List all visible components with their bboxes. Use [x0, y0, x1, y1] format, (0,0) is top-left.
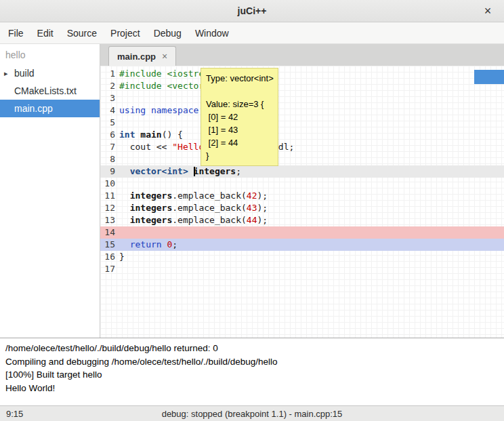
code-text: integers.emplace_back(44); — [119, 214, 504, 226]
code-text: integers.emplace_back(43); — [119, 202, 504, 214]
scrollbar-thumb[interactable] — [474, 70, 504, 84]
close-icon[interactable]: × — [480, 3, 496, 19]
code-text: using namespace std; — [119, 104, 504, 117]
editor-pane: main.cpp × 1#include <iostream>2#include… — [100, 44, 504, 338]
line-number[interactable]: 3 — [100, 92, 119, 104]
output-line: Compiling and debugging /home/olece/test… — [5, 355, 499, 369]
code-text: integers.emplace_back(42); — [119, 190, 504, 202]
debug-status: debug: stopped (breakpoint 1.1) - main.c… — [0, 409, 504, 419]
menu-project[interactable]: Project — [104, 24, 147, 43]
app-window: juCi++ × FileEditSourceProjectDebugWindo… — [0, 0, 504, 421]
tab-close-icon[interactable]: × — [162, 52, 167, 61]
file-tree: ▸buildCMakeLists.txtmain.cpp — [0, 64, 100, 117]
debug-value-tooltip: Type: vector<int> Value: size=3 { [0] = … — [201, 68, 278, 166]
tooltip-line: } — [206, 149, 273, 162]
menu-file[interactable]: File — [1, 24, 30, 43]
project-sidebar: hello ▸buildCMakeLists.txtmain.cpp — [0, 44, 100, 338]
status-bar: 9:15 debug: stopped (breakpoint 1.1) - m… — [0, 405, 504, 421]
code-line-1[interactable]: 1#include <iostream> — [100, 68, 504, 80]
menu-source[interactable]: Source — [60, 24, 104, 43]
code-text: #include <vector> — [119, 80, 504, 92]
code-text — [119, 117, 504, 129]
sidebar-item-cmakelists-txt[interactable]: CMakeLists.txt — [0, 82, 100, 100]
code-line-7[interactable]: 7 cout << "Hello World!" << endl; — [100, 141, 504, 153]
line-number[interactable]: 1 — [100, 68, 119, 80]
main-area: hello ▸buildCMakeLists.txtmain.cpp main.… — [0, 44, 504, 338]
tooltip-line: [2] = 44 — [206, 136, 273, 149]
line-number[interactable]: 14 — [100, 226, 119, 239]
line-number[interactable]: 12 — [100, 202, 119, 214]
tooltip-line: [0] = 42 — [206, 111, 273, 123]
tab-label: main.cpp — [117, 52, 156, 62]
sidebar-item-label: main.cpp — [14, 103, 53, 114]
line-number[interactable]: 11 — [100, 190, 119, 202]
line-number[interactable]: 2 — [100, 80, 119, 92]
code-line-4[interactable]: 4using namespace std; — [100, 104, 504, 117]
code-line-6[interactable]: 6int main() { — [100, 129, 504, 141]
line-number[interactable]: 6 — [100, 129, 119, 141]
project-name: hello — [0, 44, 100, 64]
expander-icon[interactable]: ▸ — [4, 69, 14, 78]
tab-bar: main.cpp × — [100, 44, 504, 66]
sidebar-item-main-cpp[interactable]: main.cpp — [0, 100, 100, 117]
line-number[interactable]: 7 — [100, 141, 119, 153]
line-number[interactable]: 10 — [100, 178, 119, 190]
line-number[interactable]: 13 — [100, 214, 119, 226]
code-line-13[interactable]: 13 integers.emplace_back(44); — [100, 214, 504, 226]
menu-bar: FileEditSourceProjectDebugWindow — [0, 22, 504, 44]
code-line-17[interactable]: 17 — [100, 263, 504, 275]
tooltip-line: Type: vector<int> — [206, 72, 273, 85]
code-line-8[interactable]: 8 — [100, 153, 504, 165]
code-text: } — [119, 251, 504, 263]
line-number[interactable]: 5 — [100, 117, 119, 129]
code-text — [119, 92, 504, 104]
tooltip-line: Value: size=3 { — [206, 98, 273, 111]
line-number[interactable]: 8 — [100, 153, 119, 165]
sidebar-item-label: CMakeLists.txt — [14, 85, 77, 96]
tab-main-cpp[interactable]: main.cpp × — [108, 46, 176, 66]
code-line-11[interactable]: 11 integers.emplace_back(42); — [100, 190, 504, 202]
line-number[interactable]: 17 — [100, 263, 119, 275]
code-text: int main() { — [119, 129, 504, 141]
line-number[interactable]: 9 — [100, 165, 119, 178]
code-line-9[interactable]: 9 vector<int> integers; — [100, 165, 504, 178]
code-text: return 0; — [119, 239, 504, 251]
code-text — [119, 226, 504, 239]
code-line-10[interactable]: 10 — [100, 178, 504, 190]
code-line-12[interactable]: 12 integers.emplace_back(43); — [100, 202, 504, 214]
menu-edit[interactable]: Edit — [30, 24, 60, 43]
tooltip-line — [206, 85, 273, 98]
code-line-15[interactable]: 15 return 0; — [100, 239, 504, 251]
line-number[interactable]: 4 — [100, 104, 119, 117]
code-text — [119, 263, 504, 275]
output-line: /home/olece/test/hello/./build/debug/hel… — [5, 342, 499, 355]
sidebar-item-build[interactable]: ▸build — [0, 64, 100, 82]
window-title: juCi++ — [238, 5, 267, 16]
code-editor[interactable]: 1#include <iostream>2#include <vector>34… — [100, 66, 504, 338]
code-line-2[interactable]: 2#include <vector> — [100, 80, 504, 92]
code-line-14[interactable]: 14 — [100, 226, 504, 239]
menu-window[interactable]: Window — [188, 24, 236, 43]
line-number[interactable]: 15 — [100, 239, 119, 251]
output-panel: /home/olece/test/hello/./build/debug/hel… — [0, 338, 504, 405]
code-line-5[interactable]: 5 — [100, 117, 504, 129]
text-cursor — [194, 167, 195, 176]
output-line: [100%] Built target hello — [5, 368, 499, 382]
code-text: #include <iostream> — [119, 68, 504, 80]
tooltip-line: [1] = 43 — [206, 123, 273, 136]
code-line-3[interactable]: 3 — [100, 92, 504, 104]
output-line: Hello World! — [5, 382, 499, 395]
code-text — [119, 178, 504, 190]
code-text — [119, 153, 504, 165]
code-text: vector<int> integers; — [119, 165, 504, 178]
code-lines: 1#include <iostream>2#include <vector>34… — [100, 68, 504, 275]
sidebar-item-label: build — [14, 68, 35, 79]
title-bar: juCi++ × — [0, 0, 504, 22]
line-number[interactable]: 16 — [100, 251, 119, 263]
menu-debug[interactable]: Debug — [147, 24, 188, 43]
code-line-16[interactable]: 16} — [100, 251, 504, 263]
code-text: cout << "Hello World!" << endl; — [119, 141, 504, 153]
